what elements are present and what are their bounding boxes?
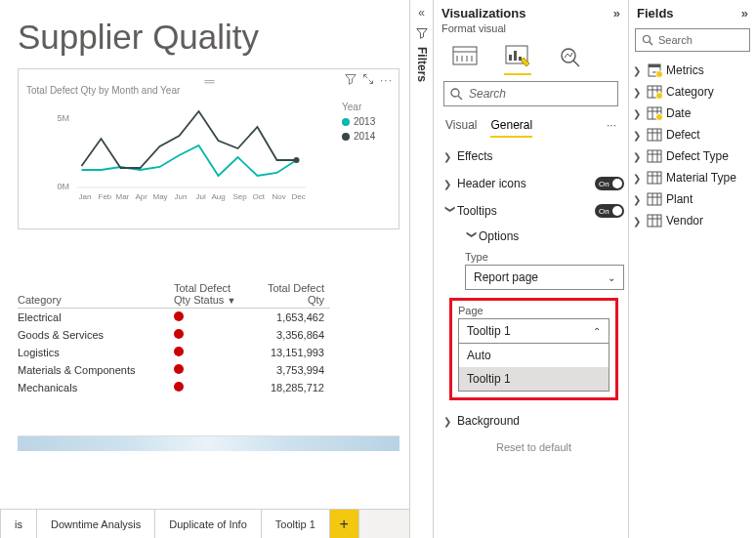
search-placeholder: Search bbox=[469, 87, 506, 101]
svg-rect-23 bbox=[509, 55, 512, 61]
svg-text:0M: 0M bbox=[58, 182, 70, 191]
field-table-plant[interactable]: ❯ Plant bbox=[629, 188, 756, 210]
format-card-header-icons[interactable]: ❯ Header icons On bbox=[443, 171, 624, 196]
svg-rect-51 bbox=[648, 172, 661, 184]
subtab-visual[interactable]: Visual bbox=[445, 118, 477, 138]
measure-table-icon bbox=[647, 63, 662, 77]
expand-right-icon[interactable]: » bbox=[613, 6, 620, 21]
svg-point-3 bbox=[294, 157, 300, 163]
table-row[interactable]: Mechanicals18,285,712 bbox=[18, 379, 330, 396]
pane-subtitle: Format visual bbox=[434, 22, 628, 38]
line-chart-visual[interactable]: ═ ··· Total Defect Qty by Month and Year… bbox=[18, 68, 399, 229]
report-canvas: Supplier Quality ═ ··· Total Defect Qty … bbox=[0, 0, 409, 538]
svg-text:Sep: Sep bbox=[233, 192, 248, 201]
chevron-down-icon: ⌄ bbox=[608, 272, 615, 283]
table-row[interactable]: Goods & Services3,356,864 bbox=[18, 326, 330, 344]
tooltip-page-options: Auto Tooltip 1 bbox=[458, 344, 609, 392]
svg-text:Apr: Apr bbox=[136, 192, 148, 201]
status-dot-icon bbox=[174, 347, 184, 356]
table-icon bbox=[647, 106, 662, 120]
chevron-right-icon: ❯ bbox=[443, 416, 457, 427]
field-table-defect-type[interactable]: ❯ Defect Type bbox=[629, 145, 756, 167]
toggle-on[interactable]: On bbox=[595, 204, 624, 218]
reset-to-default-link[interactable]: Reset to default bbox=[443, 441, 624, 453]
page-tab[interactable]: is bbox=[0, 510, 37, 538]
table-row[interactable]: Logistics13,151,993 bbox=[18, 344, 330, 361]
focus-mode-icon[interactable] bbox=[362, 73, 374, 87]
legend-label: 2014 bbox=[354, 131, 375, 142]
status-dot-icon bbox=[174, 329, 184, 339]
more-options-icon[interactable]: ··· bbox=[380, 73, 393, 87]
fields-pane: Fields » Search ❯ Metrics ❯ Category ❯ D… bbox=[628, 0, 756, 538]
svg-text:Jan: Jan bbox=[79, 192, 92, 201]
chevron-down-icon: ❯ bbox=[467, 229, 478, 243]
map-visual[interactable] bbox=[18, 435, 399, 451]
legend-item-2013[interactable]: 2013 bbox=[342, 116, 391, 127]
dropdown-option[interactable]: Auto bbox=[459, 344, 609, 367]
chevron-up-icon: ⌃ bbox=[593, 326, 601, 337]
field-table-vendor[interactable]: ❯ Vendor bbox=[629, 210, 756, 231]
chevron-right-icon: ❯ bbox=[633, 130, 643, 141]
chevron-right-icon: ❯ bbox=[443, 151, 457, 162]
legend-title: Year bbox=[342, 102, 391, 112]
chevron-right-icon: ❯ bbox=[633, 216, 643, 227]
subtab-general[interactable]: General bbox=[490, 118, 532, 138]
format-visual-tab[interactable] bbox=[500, 42, 535, 71]
format-card-options[interactable]: ❯ Options bbox=[465, 226, 624, 247]
format-card-background[interactable]: ❯ Background bbox=[443, 408, 624, 434]
field-table-metrics[interactable]: ❯ Metrics bbox=[629, 60, 756, 81]
format-search-input[interactable]: Search bbox=[443, 81, 618, 106]
field-table-defect[interactable]: ❯ Defect bbox=[629, 124, 756, 145]
expand-right-icon[interactable]: » bbox=[741, 6, 748, 21]
chevron-right-icon: ❯ bbox=[633, 87, 643, 98]
filter-icon bbox=[416, 27, 428, 39]
table-row[interactable]: Materials & Components3,753,994 bbox=[18, 361, 330, 379]
filter-icon[interactable] bbox=[345, 73, 357, 87]
tooltip-type-dropdown[interactable]: Report page ⌄ bbox=[465, 265, 624, 290]
svg-rect-43 bbox=[648, 129, 661, 141]
add-page-button[interactable]: + bbox=[330, 510, 359, 538]
report-title: Supplier Quality bbox=[18, 18, 399, 57]
table-visual[interactable]: Category Total Defect Qty Status ▼ Total… bbox=[18, 280, 399, 396]
dropdown-option[interactable]: Tooltip 1 bbox=[459, 367, 609, 391]
build-visual-tab[interactable] bbox=[447, 42, 483, 71]
tooltip-page-dropdown[interactable]: Tooltip 1 ⌃ bbox=[458, 318, 609, 344]
status-dot-icon bbox=[174, 311, 184, 321]
field-table-category[interactable]: ❯ Category bbox=[629, 81, 756, 103]
table-icon bbox=[647, 149, 662, 163]
svg-text:Nov: Nov bbox=[273, 192, 286, 201]
legend-swatch bbox=[342, 133, 350, 141]
table-icon bbox=[647, 128, 662, 142]
col-qty[interactable]: Total Defect Qty bbox=[252, 280, 330, 309]
page-tab[interactable]: Downtime Analysis bbox=[37, 510, 155, 538]
svg-point-26 bbox=[562, 49, 575, 62]
analytics-tab[interactable] bbox=[553, 42, 588, 71]
svg-rect-55 bbox=[648, 193, 661, 205]
page-dropdown-callout: Page Tooltip 1 ⌃ Auto Tooltip 1 bbox=[449, 298, 618, 400]
page-tab[interactable]: Tooltip 1 bbox=[262, 510, 330, 538]
legend-item-2014[interactable]: 2014 bbox=[342, 131, 391, 142]
format-card-tooltips[interactable]: ❯ Tooltips On bbox=[443, 198, 624, 224]
expand-left-icon[interactable]: « bbox=[418, 6, 425, 20]
col-category[interactable]: Category bbox=[18, 280, 174, 309]
toggle-on[interactable]: On bbox=[595, 177, 624, 190]
field-table-material-type[interactable]: ❯ Material Type bbox=[629, 167, 756, 188]
drag-handle-icon[interactable]: ═ bbox=[205, 73, 213, 89]
svg-rect-39 bbox=[648, 107, 661, 119]
chevron-down-icon: ❯ bbox=[445, 204, 456, 218]
table-row[interactable]: Electrical1,653,462 bbox=[18, 309, 330, 327]
subtab-more-icon[interactable]: ··· bbox=[607, 118, 616, 138]
table-icon bbox=[647, 192, 662, 206]
legend-label: 2013 bbox=[354, 116, 375, 127]
col-status[interactable]: Total Defect Qty Status ▼ bbox=[174, 280, 252, 309]
page-tab[interactable]: Duplicate of Info bbox=[155, 510, 262, 538]
format-card-effects[interactable]: ❯ Effects bbox=[443, 144, 624, 169]
page-label: Page bbox=[458, 305, 609, 316]
fields-search-input[interactable]: Search bbox=[635, 28, 750, 52]
chevron-right-icon: ❯ bbox=[443, 179, 457, 189]
search-placeholder: Search bbox=[658, 34, 693, 46]
filters-pane-collapsed[interactable]: « Filters bbox=[409, 0, 433, 538]
field-table-date[interactable]: ❯ Date bbox=[629, 103, 756, 124]
legend-swatch bbox=[342, 118, 350, 126]
status-dot-icon bbox=[174, 382, 184, 392]
